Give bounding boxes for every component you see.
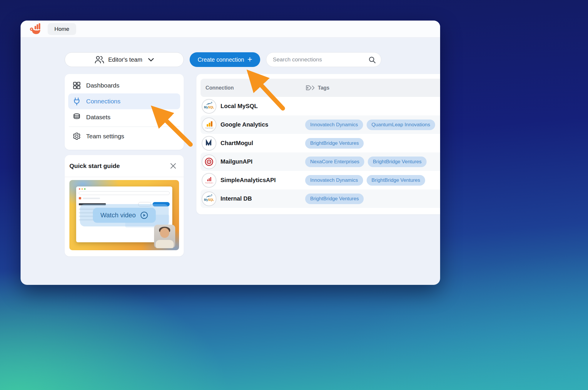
row-tags: BrightBridge Ventures — [305, 138, 364, 149]
google-analytics-logo-icon: Google Analytics — [202, 117, 216, 132]
row-tags: NexaCore EnterprisesBrightBridge Venture… — [305, 157, 427, 167]
table-rows: MySQLLocal MySQLGoogle AnalyticsGoogle A… — [201, 97, 440, 208]
watch-video-label: Watch video — [100, 211, 136, 219]
tag-pill: QuantumLeap Innovations — [367, 120, 435, 130]
sidebar-item-label: Dashboards — [86, 82, 119, 89]
connection-name: ChartMogul — [220, 140, 253, 147]
svg-text:MySQL: MySQL — [204, 106, 214, 109]
tab-home[interactable]: Home — [48, 23, 76, 35]
chevron-down-icon — [148, 58, 154, 62]
mysql-logo-icon: MySQL — [202, 99, 216, 114]
table-row[interactable]: MySQLLocal MySQL — [201, 97, 440, 115]
connections-table: Connection Tags MySQLLocal MySQLGoogle A… — [196, 74, 440, 214]
tag-pill: NexaCore Enterprises — [305, 157, 364, 167]
plug-icon — [72, 97, 81, 106]
row-tags: BrightBridge Ventures — [305, 194, 364, 204]
sidebar-item-label: Team settings — [86, 133, 124, 140]
main-content: Editor's team Create connection + Dashbo… — [21, 38, 440, 285]
grid-icon — [72, 81, 81, 90]
svg-text:MySQL: MySQL — [204, 198, 214, 201]
table-row[interactable]: MailgunAPINexaCore EnterprisesBrightBrid… — [201, 152, 440, 171]
svg-text:Google Analytics: Google Analytics — [205, 127, 213, 129]
column-header-connection: Connection — [201, 85, 234, 91]
plus-icon: + — [247, 55, 252, 63]
sidebar-item-datasets[interactable]: Datasets — [68, 109, 180, 125]
tag-pill: Innovatech Dynamics — [305, 175, 363, 186]
table-row[interactable]: Google AnalyticsGoogle AnalyticsInnovate… — [201, 115, 440, 134]
video-thumbnail[interactable]: Watch video — [69, 180, 179, 250]
tag-pill: BrightBridge Ventures — [305, 138, 364, 149]
presenter-avatar — [154, 225, 175, 248]
connection-name: MailgunAPI — [220, 158, 253, 165]
sidebar-item-connections[interactable]: Connections — [68, 93, 180, 109]
app-header: Home — [21, 21, 440, 38]
connection-name: Google Analytics — [220, 121, 268, 128]
search-icon — [368, 56, 376, 65]
watch-video-button[interactable]: Watch video — [93, 208, 156, 223]
chartmogul-logo-icon — [202, 136, 216, 151]
tag-pill: BrightBridge Ventures — [368, 157, 426, 167]
tag-pill: BrightBridge Ventures — [367, 175, 425, 186]
mysql-logo-icon: MySQL — [202, 191, 216, 206]
sidebar-item-team-settings[interactable]: Team settings — [68, 128, 180, 144]
sidebar-items: DashboardsConnectionsDatasetsTeam settin… — [68, 78, 180, 144]
sidebar-divider — [69, 127, 180, 127]
sidebar-nav: DashboardsConnectionsDatasetsTeam settin… — [65, 74, 184, 150]
search-input[interactable] — [266, 53, 381, 67]
table-row[interactable]: MySQLInternal DBBrightBridge Ventures — [201, 189, 440, 208]
users-icon — [94, 55, 104, 64]
app-window: Home Editor's team Create connection + — [21, 21, 440, 285]
quick-start-title: Quick start guide — [69, 162, 120, 169]
search-connections-box — [266, 52, 381, 67]
connection-name: SimpleAnalyticsAPI — [220, 177, 276, 184]
quick-start-header: Quick start guide — [65, 155, 184, 177]
close-icon[interactable] — [170, 162, 177, 169]
database-icon — [72, 113, 81, 122]
team-selector-dropdown[interactable]: Editor's team — [65, 52, 184, 67]
table-row[interactable]: ChartMogulBrightBridge Ventures — [201, 134, 440, 152]
connection-name: Internal DB — [220, 195, 252, 202]
simple-analytics-logo-icon: Simple Analytics — [202, 173, 216, 188]
column-header-tags: Tags — [305, 84, 330, 91]
team-selector-label: Editor's team — [108, 56, 142, 63]
row-tags: Innovatech DynamicsBrightBridge Ventures — [305, 175, 425, 186]
row-tags: Innovatech DynamicsQuantumLeap Innovatio… — [305, 120, 435, 130]
svg-text:Simple Analytics: Simple Analytics — [205, 182, 213, 183]
brand-hand-chart-icon — [29, 23, 42, 36]
connection-name: Local MySQL — [220, 103, 258, 110]
gear-icon — [72, 132, 81, 141]
tag-pill: BrightBridge Ventures — [305, 194, 364, 204]
tags-icon — [305, 84, 315, 91]
quick-start-card: Quick start guide — [65, 155, 184, 256]
create-connection-label: Create connection — [198, 56, 244, 63]
sidebar-item-label: Datasets — [86, 114, 111, 121]
create-connection-button[interactable]: Create connection + — [190, 52, 260, 67]
play-circle-icon — [140, 211, 148, 219]
tag-pill: Innovatech Dynamics — [305, 120, 363, 130]
mailgun-logo-icon — [202, 154, 216, 169]
table-header-row: Connection Tags — [201, 79, 440, 97]
table-row[interactable]: Simple AnalyticsSimpleAnalyticsAPIInnova… — [201, 171, 440, 189]
sidebar-item-label: Connections — [86, 98, 121, 105]
sidebar-item-dashboards[interactable]: Dashboards — [68, 78, 180, 93]
